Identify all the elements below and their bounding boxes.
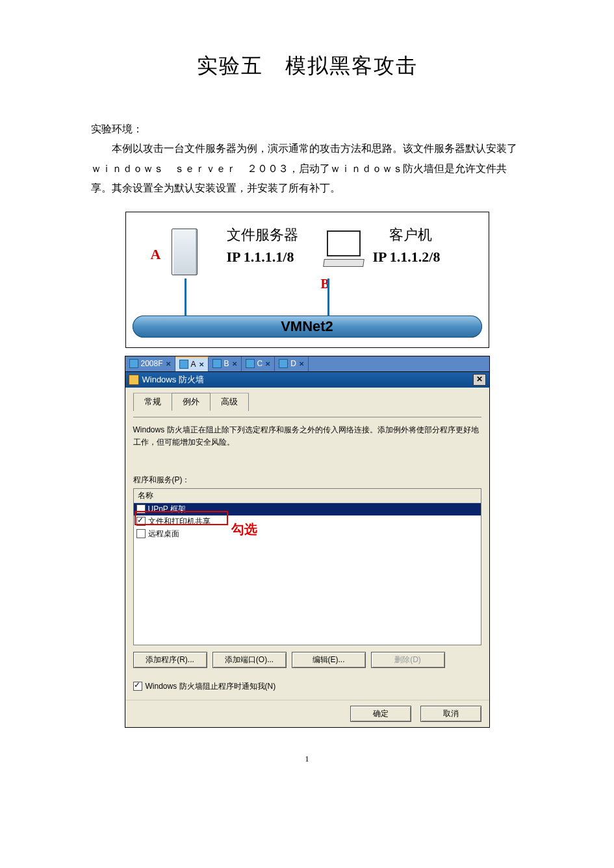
doc-title: 实验五 模拟黑客攻击 bbox=[91, 52, 523, 81]
page-number: 1 bbox=[91, 754, 523, 764]
vm-icon bbox=[279, 359, 288, 368]
add-program-button[interactable]: 添加程序(R)... bbox=[133, 652, 207, 668]
dialog-description: Windows 防火墙正在阻止除下列选定程序和服务之外的传入网络连接。添加例外将… bbox=[133, 424, 481, 449]
checkbox[interactable] bbox=[136, 517, 146, 526]
vm-tab-label: D bbox=[290, 359, 296, 368]
checkbox[interactable] bbox=[136, 529, 146, 538]
env-paragraph: 本例以攻击一台文件服务器为例，演示通常的攻击方法和思路。该文件服务器默认安装了ｗ… bbox=[91, 139, 523, 198]
tab-advanced[interactable]: 高级 bbox=[210, 393, 249, 411]
list-item-upnp[interactable]: UPnP 框架 bbox=[134, 503, 481, 515]
vm-icon bbox=[246, 359, 255, 368]
programs-listbox[interactable]: 名称 UPnP 框架 文件和打印机共享 远程桌面 勾选 bbox=[133, 488, 481, 645]
vm-tab-label: C bbox=[257, 359, 263, 368]
close-button[interactable]: ✕ bbox=[473, 374, 486, 386]
env-label: 实验环境： bbox=[91, 119, 523, 139]
vm-tabstrip: 2008F ✕ A ✕ B ✕ C ✕ D ✕ bbox=[125, 356, 490, 371]
tab-exceptions[interactable]: 例外 bbox=[172, 393, 211, 411]
network-wire bbox=[327, 279, 329, 316]
checkbox[interactable] bbox=[136, 504, 146, 514]
vm-tab-label: B bbox=[224, 359, 229, 368]
client-ip: IP 1.1.1.2/8 bbox=[373, 249, 441, 266]
ok-button[interactable]: 确定 bbox=[350, 706, 411, 722]
edit-button[interactable]: 编辑(E)... bbox=[292, 652, 366, 668]
vm-tab[interactable]: D ✕ bbox=[275, 356, 309, 371]
vm-tab[interactable]: C ✕ bbox=[242, 356, 275, 371]
vm-icon bbox=[212, 359, 222, 368]
tab-general[interactable]: 常规 bbox=[133, 393, 172, 411]
list-item-label: 远程桌面 bbox=[148, 528, 179, 539]
list-group-label: 程序和服务(P)： bbox=[133, 475, 481, 486]
close-icon[interactable]: ✕ bbox=[232, 360, 237, 367]
close-icon[interactable]: ✕ bbox=[299, 360, 304, 367]
server-icon bbox=[152, 222, 214, 280]
dialog-buttons-row: 添加程序(R)... 添加端口(O)... 编辑(E)... 删除(D) bbox=[133, 652, 481, 668]
vm-tab-label: 2008F bbox=[141, 359, 163, 368]
list-item-fileshare[interactable]: 文件和打印机共享 bbox=[134, 515, 481, 528]
server-ip: IP 1.1.1.1/8 bbox=[227, 249, 294, 266]
notify-label: Windows 防火墙阻止程序时通知我(N) bbox=[146, 681, 276, 692]
dialog-tabs: 常规 例外 高级 bbox=[133, 393, 481, 411]
dialog-footer: 确定 取消 bbox=[125, 700, 489, 727]
firewall-dialog: Windows 防火墙 ✕ 常规 例外 高级 Windows 防火墙正在阻止除下… bbox=[125, 371, 490, 728]
shield-icon bbox=[129, 375, 139, 385]
notify-option[interactable]: Windows 防火墙阻止程序时通知我(N) bbox=[133, 681, 481, 692]
list-item-remotedesktop[interactable]: 远程桌面 bbox=[134, 528, 481, 540]
delete-button[interactable]: 删除(D) bbox=[371, 652, 445, 668]
vm-tab[interactable]: 2008F ✕ bbox=[125, 356, 175, 371]
annotation-text: 勾选 bbox=[231, 521, 257, 538]
cancel-button[interactable]: 取消 bbox=[420, 706, 481, 722]
add-port-button[interactable]: 添加端口(O)... bbox=[212, 652, 287, 668]
close-icon[interactable]: ✕ bbox=[199, 361, 204, 368]
server-letter: A bbox=[151, 246, 161, 263]
checkbox[interactable] bbox=[133, 682, 142, 691]
client-title: 客户机 bbox=[389, 225, 432, 245]
vm-tab[interactable]: B ✕ bbox=[209, 356, 242, 371]
vm-tab-active[interactable]: A ✕ bbox=[175, 356, 209, 371]
vmnet-label: VMNet2 bbox=[133, 316, 482, 338]
close-icon[interactable]: ✕ bbox=[166, 360, 171, 367]
server-title: 文件服务器 bbox=[227, 225, 298, 245]
dialog-title-text: Windows 防火墙 bbox=[142, 374, 204, 386]
list-item-label: 文件和打印机共享 bbox=[148, 516, 211, 527]
vm-icon bbox=[179, 360, 188, 369]
list-item-label: UPnP 框架 bbox=[148, 504, 186, 515]
network-wire bbox=[185, 279, 186, 316]
close-icon[interactable]: ✕ bbox=[265, 360, 270, 367]
client-icon bbox=[314, 230, 373, 267]
dialog-titlebar[interactable]: Windows 防火墙 ✕ bbox=[125, 372, 489, 388]
vm-icon bbox=[129, 359, 138, 368]
list-header: 名称 bbox=[134, 489, 481, 503]
vm-tab-label: A bbox=[191, 360, 196, 369]
network-diagram: A 文件服务器 IP 1.1.1.1/8 客户机 IP 1.1.1.2/8 B … bbox=[125, 212, 489, 348]
